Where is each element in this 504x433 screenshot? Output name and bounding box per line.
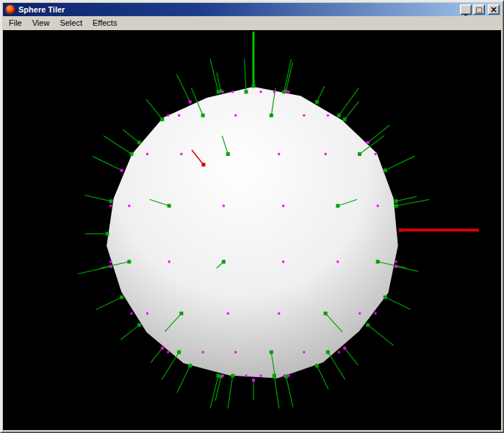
app-window: Sphere Tiler _ □ × File View Select Effe… xyxy=(0,0,504,433)
render-viewport xyxy=(3,30,501,430)
sphere xyxy=(107,87,398,378)
window-title: Sphere Tiler xyxy=(18,5,458,15)
minimize-button[interactable]: _ xyxy=(460,4,472,15)
app-icon[interactable] xyxy=(5,4,15,15)
close-icon: × xyxy=(490,6,497,13)
menu-item-effects[interactable]: Effects xyxy=(87,17,122,29)
menu-item-file[interactable]: File xyxy=(4,17,27,29)
titlebar[interactable]: Sphere Tiler _ □ × xyxy=(3,3,501,16)
maximize-icon: □ xyxy=(475,6,482,14)
menu-item-view[interactable]: View xyxy=(27,17,55,29)
close-button[interactable]: × xyxy=(488,4,500,15)
sphere-canvas[interactable] xyxy=(3,30,501,430)
minimize-icon: _ xyxy=(464,8,468,15)
maximize-button[interactable]: □ xyxy=(473,4,485,15)
menubar: File View Select Effects xyxy=(3,16,501,30)
menu-item-select[interactable]: Select xyxy=(54,17,87,29)
